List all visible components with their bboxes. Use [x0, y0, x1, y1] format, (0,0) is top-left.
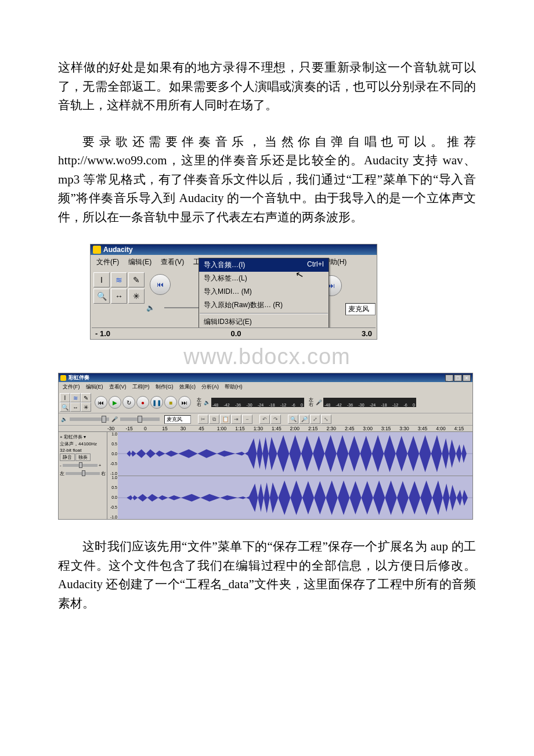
body-paragraph-2: 要录歌还需要伴奏音乐，当然你自弹自唱也可以。推荐 http://www.wo99…: [58, 132, 476, 227]
menu-item-edit-id3[interactable]: 编辑ID3标记(E): [199, 315, 329, 329]
app-icon: [60, 375, 66, 381]
window-title: Audacity: [103, 246, 133, 254]
waveform-left-channel: [118, 432, 472, 476]
zoom-sel-button[interactable]: ⤡: [321, 415, 331, 424]
audacity-screenshot-waveform: 彩虹伴奏 _ □ × 文件(F) 编辑(E) 查看(V) 工程(P) 制作(G)…: [58, 373, 473, 520]
speaker-icon: 🔈: [204, 399, 210, 405]
input-volume-slider[interactable]: [120, 417, 160, 421]
track-name[interactable]: 彩虹伴奏: [64, 434, 82, 440]
menu-item-import-audio[interactable]: 导入音频…(I) Ctrl+I: [199, 258, 329, 272]
skip-start-button[interactable]: ⏮: [95, 396, 107, 409]
tool-zoom[interactable]: 🔍: [60, 402, 70, 412]
tool-multi[interactable]: ✳: [128, 289, 145, 304]
time-ruler: - 1.0 0.0 3.0: [92, 327, 376, 339]
zoom-out-button[interactable]: 🔎: [299, 415, 309, 424]
track-pan-slider[interactable]: [66, 472, 100, 475]
track-bits: 32-bit float: [60, 448, 106, 453]
menu-edit[interactable]: 编辑(E): [124, 256, 156, 268]
track-close-button[interactable]: ×: [60, 434, 63, 440]
mute-button[interactable]: 静音: [60, 453, 75, 461]
solo-button[interactable]: 独奏: [75, 453, 91, 461]
menu-item-import-midi[interactable]: 导入MIDI… (M): [199, 285, 329, 298]
titlebar: Audacity: [91, 244, 377, 255]
menu-item-import-label[interactable]: 导入标签…(L): [199, 272, 329, 285]
speaker-icon: 🔈: [146, 304, 155, 312]
copy-button[interactable]: ⧉: [209, 415, 219, 424]
track-gain-slider[interactable]: [63, 464, 98, 467]
record-button[interactable]: ●: [136, 396, 149, 409]
menu-item-import-raw[interactable]: 导入原始(Raw)数据… (R): [199, 298, 329, 312]
cut-button[interactable]: ✂: [198, 415, 208, 424]
edit-toolbar: ✂ ⧉ 📋 ⇥ −: [198, 415, 252, 424]
menu-project[interactable]: 工程(P): [129, 383, 153, 391]
waveform-right-channel: [118, 476, 472, 520]
loop-button[interactable]: ↻: [122, 396, 135, 409]
menu-file[interactable]: 文件(F): [60, 383, 83, 391]
tool-envelope[interactable]: ≋: [111, 272, 127, 287]
stop-button[interactable]: ■: [164, 396, 177, 409]
input-source-select[interactable]: 麦克风: [164, 415, 191, 424]
menu-make[interactable]: 制作(G): [153, 383, 176, 391]
menu-view[interactable]: 查看(V): [156, 256, 189, 268]
titlebar: 彩虹伴奏 _ □ ×: [59, 373, 472, 382]
skip-start-button[interactable]: ⏮: [150, 274, 171, 295]
silence-button[interactable]: −: [242, 415, 252, 424]
time-ruler: -30-1501530451:001:151:301:452:002:152:3…: [59, 426, 472, 432]
menu-edit[interactable]: 编辑(E): [83, 383, 106, 391]
menu-effect[interactable]: 效果(c): [176, 383, 199, 391]
history-toolbar: ↶ ↷: [259, 415, 281, 424]
menu-file[interactable]: 文件(F): [92, 256, 124, 268]
undo-button[interactable]: ↶: [259, 415, 270, 424]
speaker-icon: 🔈: [61, 416, 67, 422]
app-icon: [93, 246, 101, 254]
track-header: × 彩虹伴奏 ▾ 立体声，44100Hz 32-bit float 静音 独奏 …: [59, 432, 107, 519]
tool-draw[interactable]: ✎: [128, 272, 145, 287]
input-source-select[interactable]: 麦克风: [345, 303, 376, 315]
mic-icon: 🎤: [111, 416, 118, 422]
pause-button[interactable]: ❚❚: [150, 396, 163, 409]
transport-controls: ⏮ ▶ ↻ ● ❚❚ ■ ⏭: [95, 396, 191, 409]
page-watermark: www.bdocx.com: [58, 344, 476, 369]
track-format: 立体声，44100Hz: [60, 441, 106, 447]
tool-palette: I ≋ ✎ 🔍 ↔ ✳: [60, 393, 91, 412]
output-volume-slider[interactable]: [70, 417, 109, 421]
minimize-button[interactable]: _: [445, 375, 453, 381]
zoom-fit-button[interactable]: ⤢: [310, 415, 320, 424]
play-button[interactable]: ▶: [109, 396, 121, 409]
body-paragraph-1: 这样做的好处是如果有的地方录得不理想，只要重新录制这一个音轨就可以了，无需全部返…: [58, 58, 476, 115]
output-volume: 🔈: [61, 416, 109, 422]
window-title: 彩虹伴奏: [68, 374, 89, 381]
paste-button[interactable]: 📋: [220, 415, 230, 424]
track-area: × 彩虹伴奏 ▾ 立体声，44100Hz 32-bit float 静音 独奏 …: [59, 432, 472, 519]
menubar: 文件(F) 编辑(E) 查看(V) 工程(P) 制作(G) 效果(c) 分析(A…: [59, 382, 472, 392]
tool-draw[interactable]: ✎: [81, 393, 91, 402]
body-paragraph-3: 这时我们应该先用“文件”菜单下的“保存工程”保存一个扩展名为 aup 的工程文件…: [58, 537, 476, 613]
skip-end-button[interactable]: ⏭: [178, 396, 191, 409]
mic-icon: 🎤: [316, 399, 322, 405]
record-meter: 左右 🎤 -48-42-36-30-24-18-12-60: [309, 398, 416, 407]
menu-view[interactable]: 查看(V): [106, 383, 129, 391]
trim-button[interactable]: ⇥: [231, 415, 241, 424]
redo-button[interactable]: ↷: [270, 415, 281, 424]
tool-zoom[interactable]: 🔍: [93, 289, 110, 304]
tool-multi[interactable]: ✳: [81, 402, 91, 412]
maximize-button[interactable]: □: [454, 375, 462, 381]
audacity-screenshot-menu: Audacity 文件(F) 编辑(E) 查看(V) 工程(P) 制作(G) 效…: [90, 244, 377, 340]
menu-analyze[interactable]: 分析(A): [199, 383, 222, 391]
waveform-display[interactable]: [118, 432, 472, 519]
zoom-toolbar: 🔍 🔎 ⤢ ⤡: [288, 415, 331, 424]
playback-meter: 左右 🔈 -48-42-36-30-24-18-12-60: [197, 398, 304, 407]
tool-timeshift[interactable]: ↔: [111, 289, 127, 304]
project-menu-dropdown: 导入音频…(I) Ctrl+I 导入标签…(L) 导入MIDI… (M) 导入原…: [199, 258, 329, 329]
tool-select[interactable]: I: [60, 393, 70, 402]
input-volume: 🎤: [111, 416, 160, 422]
zoom-in-button[interactable]: 🔍: [288, 415, 298, 424]
tool-envelope[interactable]: ≋: [70, 393, 81, 402]
tool-timeshift[interactable]: ↔: [70, 402, 81, 412]
tool-select[interactable]: I: [93, 272, 110, 287]
menu-help[interactable]: 帮助(H): [222, 383, 246, 391]
close-button[interactable]: ×: [463, 375, 471, 381]
